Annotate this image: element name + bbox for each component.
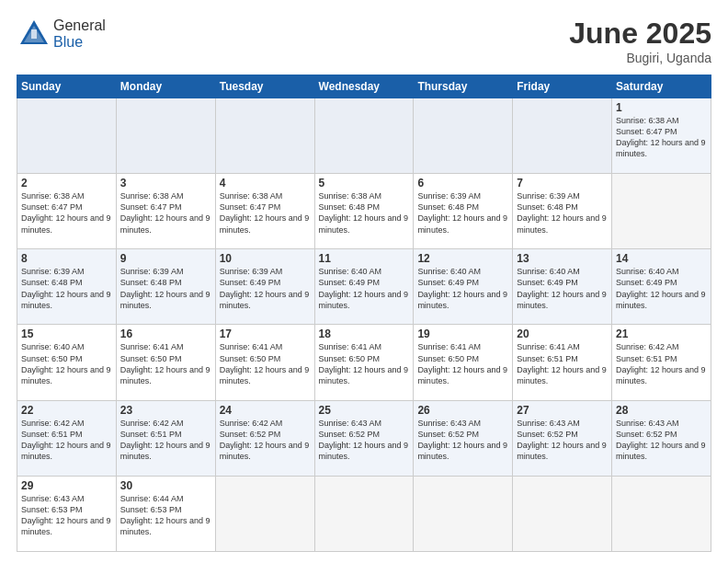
table-cell [414,476,513,551]
table-cell: 17Sunrise: 6:41 AMSunset: 6:50 PMDayligh… [215,325,314,400]
col-thursday: Thursday [414,75,513,98]
table-cell [513,98,612,174]
day-number: 26 [417,404,508,417]
table-cell: 28Sunrise: 6:43 AMSunset: 6:52 PMDayligh… [612,400,711,476]
day-number: 2 [21,177,112,190]
table-cell: 10Sunrise: 6:39 AMSunset: 6:49 PMDayligh… [215,249,314,325]
day-number: 19 [417,327,508,340]
table-cell [314,476,414,551]
day-info: Sunrise: 6:44 AMSunset: 6:53 PMDaylight:… [120,493,211,538]
table-cell [612,476,711,551]
table-cell: 8Sunrise: 6:39 AMSunset: 6:48 PMDaylight… [17,249,117,325]
table-cell [414,98,513,174]
table-cell: 26Sunrise: 6:43 AMSunset: 6:52 PMDayligh… [414,400,513,476]
table-cell: 16Sunrise: 6:41 AMSunset: 6:50 PMDayligh… [116,325,215,400]
day-info: Sunrise: 6:39 AMSunset: 6:49 PMDaylight:… [220,266,311,311]
day-info: Sunrise: 6:41 AMSunset: 6:51 PMDaylight:… [517,341,608,386]
day-number: 20 [517,327,608,340]
day-number: 15 [21,327,112,340]
day-number: 6 [417,177,508,190]
table-cell: 7Sunrise: 6:39 AMSunset: 6:48 PMDaylight… [513,174,612,249]
day-info: Sunrise: 6:38 AMSunset: 6:47 PMDaylight:… [616,115,707,160]
table-cell: 3Sunrise: 6:38 AMSunset: 6:47 PMDaylight… [116,174,215,249]
day-info: Sunrise: 6:42 AMSunset: 6:51 PMDaylight:… [21,418,112,463]
day-info: Sunrise: 6:42 AMSunset: 6:51 PMDaylight:… [120,418,211,463]
table-cell: 1Sunrise: 6:38 AMSunset: 6:47 PMDaylight… [612,98,711,174]
day-info: Sunrise: 6:40 AMSunset: 6:49 PMDaylight:… [417,266,508,311]
table-cell: 21Sunrise: 6:42 AMSunset: 6:51 PMDayligh… [612,325,711,400]
day-number: 9 [120,252,211,265]
day-number: 23 [120,404,211,417]
day-info: Sunrise: 6:42 AMSunset: 6:51 PMDaylight:… [616,341,707,386]
calendar-week-row: 22Sunrise: 6:42 AMSunset: 6:51 PMDayligh… [17,400,711,476]
day-number: 13 [517,252,608,265]
day-info: Sunrise: 6:39 AMSunset: 6:48 PMDaylight:… [21,266,112,311]
day-number: 10 [220,252,311,265]
day-number: 11 [319,252,410,265]
calendar-week-row: 8Sunrise: 6:39 AMSunset: 6:48 PMDaylight… [17,249,711,325]
day-info: Sunrise: 6:40 AMSunset: 6:50 PMDaylight:… [21,341,112,386]
table-cell: 4Sunrise: 6:38 AMSunset: 6:47 PMDaylight… [215,174,314,249]
day-info: Sunrise: 6:39 AMSunset: 6:48 PMDaylight:… [120,266,211,311]
title-block: June 2025 Bugiri, Uganda [569,17,711,65]
day-info: Sunrise: 6:39 AMSunset: 6:48 PMDaylight:… [417,190,508,236]
day-number: 14 [616,252,707,265]
table-cell: 13Sunrise: 6:40 AMSunset: 6:49 PMDayligh… [513,249,612,325]
table-cell-empty [612,174,711,249]
day-info: Sunrise: 6:43 AMSunset: 6:52 PMDaylight:… [319,418,410,463]
col-saturday: Saturday [612,75,711,98]
col-wednesday: Wednesday [314,75,414,98]
day-info: Sunrise: 6:38 AMSunset: 6:48 PMDaylight:… [319,190,410,236]
day-info: Sunrise: 6:41 AMSunset: 6:50 PMDaylight:… [319,341,410,386]
table-cell: 27Sunrise: 6:43 AMSunset: 6:52 PMDayligh… [513,400,612,476]
col-monday: Monday [116,75,215,98]
table-cell [215,476,314,551]
day-info: Sunrise: 6:43 AMSunset: 6:53 PMDaylight:… [21,493,112,538]
logo-blue: Blue [53,34,83,50]
table-cell: 24Sunrise: 6:42 AMSunset: 6:52 PMDayligh… [215,400,314,476]
day-info: Sunrise: 6:41 AMSunset: 6:50 PMDaylight:… [120,341,211,386]
day-info: Sunrise: 6:38 AMSunset: 6:47 PMDaylight:… [220,190,311,236]
day-info: Sunrise: 6:39 AMSunset: 6:48 PMDaylight:… [517,190,608,236]
day-number: 29 [21,479,112,492]
col-tuesday: Tuesday [215,75,314,98]
table-cell: 15Sunrise: 6:40 AMSunset: 6:50 PMDayligh… [17,325,117,400]
day-number: 12 [417,252,508,265]
col-friday: Friday [513,75,612,98]
table-cell: 5Sunrise: 6:38 AMSunset: 6:48 PMDaylight… [314,174,414,249]
table-cell: 23Sunrise: 6:42 AMSunset: 6:51 PMDayligh… [116,400,215,476]
table-cell [314,98,414,174]
day-number: 17 [220,327,311,340]
day-info: Sunrise: 6:40 AMSunset: 6:49 PMDaylight:… [616,266,707,311]
day-info: Sunrise: 6:43 AMSunset: 6:52 PMDaylight:… [517,418,608,463]
day-info: Sunrise: 6:41 AMSunset: 6:50 PMDaylight:… [417,341,508,386]
day-number: 3 [120,177,211,190]
table-cell: 30Sunrise: 6:44 AMSunset: 6:53 PMDayligh… [116,476,215,551]
day-number: 27 [517,404,608,417]
logo: General Blue [17,17,106,52]
day-info: Sunrise: 6:41 AMSunset: 6:50 PMDaylight:… [220,341,311,386]
table-cell: 14Sunrise: 6:40 AMSunset: 6:49 PMDayligh… [612,249,711,325]
table-cell: 29Sunrise: 6:43 AMSunset: 6:53 PMDayligh… [17,476,117,551]
table-cell: 18Sunrise: 6:41 AMSunset: 6:50 PMDayligh… [314,325,414,400]
day-number: 5 [319,177,410,190]
table-cell: 22Sunrise: 6:42 AMSunset: 6:51 PMDayligh… [17,400,117,476]
table-cell [215,98,314,174]
day-number: 7 [517,177,608,190]
day-number: 25 [319,404,410,417]
table-cell: 2Sunrise: 6:38 AMSunset: 6:47 PMDaylight… [17,174,117,249]
table-cell: 19Sunrise: 6:41 AMSunset: 6:50 PMDayligh… [414,325,513,400]
table-cell: 11Sunrise: 6:40 AMSunset: 6:49 PMDayligh… [314,249,414,325]
day-number: 8 [21,252,112,265]
calendar-week-row: 1Sunrise: 6:38 AMSunset: 6:47 PMDaylight… [17,98,711,174]
col-sunday: Sunday [17,75,117,98]
logo-general: General [53,17,106,33]
calendar-week-row: 29Sunrise: 6:43 AMSunset: 6:53 PMDayligh… [17,476,711,551]
logo-icon [17,17,51,52]
header: General Blue June 2025 Bugiri, Uganda [17,17,711,65]
table-cell: 12Sunrise: 6:40 AMSunset: 6:49 PMDayligh… [414,249,513,325]
title-location: Bugiri, Uganda [569,51,711,65]
day-number: 18 [319,327,410,340]
day-number: 30 [120,479,211,492]
day-info: Sunrise: 6:43 AMSunset: 6:52 PMDaylight:… [616,418,707,463]
